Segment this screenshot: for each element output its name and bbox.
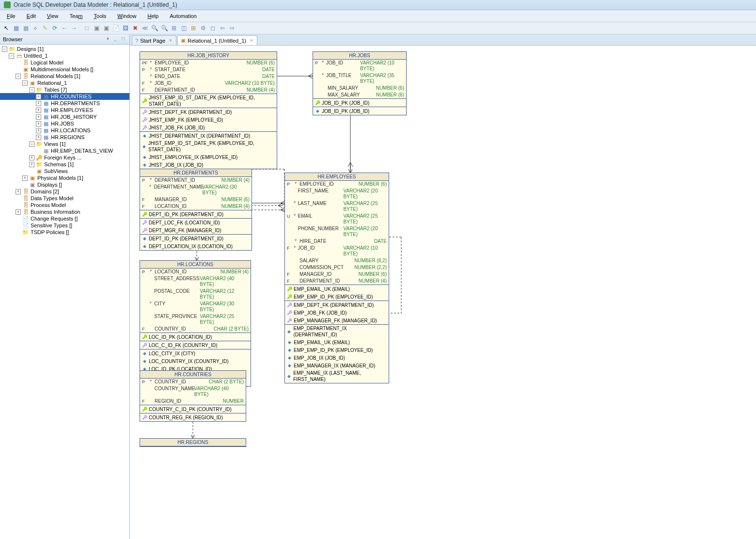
nav-back-icon[interactable]: ⇦: [218, 24, 227, 32]
erd-column: PF * EMPLOYEE_ID NUMBER (6): [140, 60, 277, 66]
erd-index: LOC_COUNTRY_IX (COUNTRY_ID): [140, 357, 251, 365]
img-icon[interactable]: 🖼: [121, 24, 130, 32]
tree-pmodel[interactable]: 🗄Process Model: [0, 202, 129, 208]
erd-table-locations[interactable]: HR.LOCATIONS P * LOCATION_ID NUMBER (4) …: [140, 260, 251, 387]
back-icon[interactable]: ←: [60, 24, 69, 32]
tree-creq[interactable]: 📄Change Requests []: [0, 215, 129, 222]
tree-dtypes[interactable]: 🗄Data Types Model: [0, 195, 129, 202]
browser-maximize-icon[interactable]: □: [120, 36, 126, 43]
erd-index: JHIST_DEPARTMENT_IX (DEPARTMENT_ID): [140, 132, 277, 140]
erd-table-employees[interactable]: HR.EMPLOYEES P * EMPLOYEE_ID NUMBER (6) …: [284, 173, 389, 383]
menu-tools[interactable]: Tools: [89, 11, 111, 21]
diagram-canvas[interactable]: HR.JOB_HISTORY PF * EMPLOYEE_ID NUMBER (…: [130, 45, 756, 539]
tree-tables[interactable]: −📁Tables [7]: [0, 86, 129, 93]
menu-view[interactable]: View: [42, 11, 63, 21]
win2-icon[interactable]: ▣: [92, 24, 101, 32]
tree-schemas[interactable]: +📁Schemas [1]: [0, 161, 129, 168]
tree[interactable]: −📁Designs [1] −🗃Untitled_1 🗄Logical Mode…: [0, 45, 129, 539]
tree-rel1[interactable]: −▣Relational_1: [0, 79, 129, 86]
titlebar: Oracle SQL Developer Data Modeler : Rela…: [0, 0, 756, 10]
erd-column: F DEPARTMENT_ID NUMBER (4): [285, 278, 389, 285]
view-icon[interactable]: ▦: [21, 24, 30, 32]
erd-column: COUNTRY_NAME VARCHAR2 (40 BYTE): [140, 385, 246, 398]
tree-designs[interactable]: −📁Designs [1]: [0, 46, 129, 52]
erd-column: F * JOB_ID VARCHAR2 (10 BYTE): [140, 80, 277, 87]
erd-pk: JHIST_EMP_ID_ST_DATE_PK (EMPLOYEE_ID, ST…: [140, 94, 277, 108]
erd-title: HR.LOCATIONS: [140, 261, 251, 269]
delete-icon[interactable]: ✖: [131, 24, 140, 32]
tree-table-regions[interactable]: +▦HR.REGIONS: [0, 134, 129, 141]
tree-fkeys[interactable]: +🔑Foreign Keys ...: [0, 154, 129, 161]
menu-automation[interactable]: Automation: [165, 11, 202, 21]
tree-tsdp[interactable]: 📁TSDP Policies []: [0, 229, 129, 236]
nav-fwd-icon[interactable]: ⇨: [228, 24, 236, 32]
erd-fk: EMP_MANAGER_FK (MANAGER_ID): [285, 317, 389, 324]
tree-domains[interactable]: +🗄Domains [2]: [0, 188, 129, 195]
erd-table-regions[interactable]: HR.REGIONS: [140, 438, 246, 447]
erd-table-jobs[interactable]: HR.JOBS P * JOB_ID VARCHAR2 (10 BYTE) * …: [313, 51, 407, 115]
erd-column: SALARY NUMBER (8,2): [285, 257, 389, 264]
tab-start[interactable]: ?Start Page×: [132, 35, 176, 45]
erd-index: EMP_EMAIL_UK (EMAIL): [285, 338, 389, 346]
menu-help[interactable]: Help: [143, 11, 164, 21]
tree-relmodels[interactable]: −🗄Relational Models [1]: [0, 73, 129, 79]
erd-pk: EMP_EMAIL_UK (EMAIL): [285, 285, 389, 293]
tree-stypes[interactable]: 📄Sensitive Types []: [0, 222, 129, 229]
tab-relational[interactable]: ▣Relational_1 (Untitled_1)×: [177, 35, 257, 45]
toolbar: ↖ ▦ ▦ ⟡ ✎ ⟳ ← → □ ▣ ▣ 📄 🖼 ✖ ≪ 🔍 🔍 ⊞ ◫ ⊞ …: [0, 22, 756, 34]
tree-table-jobs[interactable]: +▦HR.JOBS: [0, 120, 129, 127]
fit-icon[interactable]: ⊞: [170, 24, 178, 32]
refresh-icon[interactable]: ⟳: [50, 24, 59, 32]
tree-phys[interactable]: +▣Physical Models [1]: [0, 174, 129, 181]
erd-column: F DEPARTMENT_ID NUMBER (4): [140, 87, 277, 94]
layout1-icon[interactable]: ◫: [179, 24, 188, 32]
tree-displays[interactable]: ▣Displays []: [0, 181, 129, 188]
tree-logical[interactable]: 🗄Logical Model: [0, 59, 129, 66]
erd-fk: DEPT_LOC_FK (LOCATION_ID): [140, 219, 252, 226]
tree-table-departments[interactable]: +▦HR.DEPARTMENTS: [0, 100, 129, 107]
tree-untitled[interactable]: −🗃Untitled_1: [0, 52, 129, 59]
erd-table-job-history[interactable]: HR.JOB_HISTORY PF * EMPLOYEE_ID NUMBER (…: [140, 51, 277, 169]
find-icon[interactable]: ≪: [141, 24, 149, 32]
grid-icon[interactable]: ▦: [12, 24, 20, 32]
pointer-icon[interactable]: ↖: [2, 24, 11, 32]
close-icon[interactable]: ×: [250, 38, 253, 43]
erd-table-countries[interactable]: HR.COUNTRIES P * COUNTRY_ID CHAR (2 BYTE…: [140, 370, 246, 422]
tree-view-empdetails[interactable]: ▦HR.EMP_DETAILS_VIEW: [0, 147, 129, 154]
erd-pk: DEPT_ID_PK (DEPARTMENT_ID): [140, 210, 252, 218]
win3-icon[interactable]: ▣: [102, 24, 110, 32]
browser-title: Browser: [3, 36, 22, 42]
tabbar: ?Start Page× ▣Relational_1 (Untitled_1)×: [130, 34, 756, 45]
tree-table-jobhistory[interactable]: +▦HR.JOB_HISTORY: [0, 113, 129, 120]
tree-table-employees[interactable]: +▦HR.EMPLOYEES: [0, 107, 129, 113]
tree-subviews[interactable]: ▣SubViews: [0, 168, 129, 174]
close-icon[interactable]: ×: [169, 38, 172, 43]
win1-icon[interactable]: □: [82, 24, 91, 32]
zoom-in-icon[interactable]: 🔍: [150, 24, 159, 32]
erd-column: STATE_PROVINCE VARCHAR2 (25 BYTE): [140, 313, 251, 326]
new-icon[interactable]: 📄: [111, 24, 120, 32]
box-icon[interactable]: ◻: [208, 24, 217, 32]
menu-window[interactable]: Window: [112, 11, 141, 21]
tree-table-locations[interactable]: +▦HR.LOCATIONS: [0, 127, 129, 134]
tree-multi[interactable]: ▣Multidimensional Models []: [0, 66, 129, 73]
fwd-icon[interactable]: →: [70, 24, 79, 32]
erd-table-departments[interactable]: HR.DEPARTMENTS P * DEPARTMENT_ID NUMBER …: [140, 169, 252, 251]
link-icon[interactable]: ⟡: [31, 24, 40, 32]
menu-edit[interactable]: Edit: [22, 11, 41, 21]
erd-title: HR.DEPARTMENTS: [140, 169, 252, 177]
browser-dropdown-icon[interactable]: ▾: [104, 36, 111, 43]
zoom-out-icon[interactable]: 🔍: [160, 24, 169, 32]
tree-views[interactable]: −📁Views [1]: [0, 141, 129, 147]
tree-table-countries[interactable]: +▦HR.COUNTRIES: [0, 93, 129, 100]
erd-fk: LOC_C_ID_FK (COUNTRY_ID): [140, 341, 251, 349]
layout2-icon[interactable]: ⊞: [189, 24, 198, 32]
key-icon[interactable]: ✎: [41, 24, 49, 32]
erd-index: EMP_EMP_ID_PK (EMPLOYEE_ID): [285, 346, 389, 354]
browser-minimize-icon[interactable]: _: [112, 36, 119, 43]
menu-file[interactable]: File: [2, 11, 20, 21]
gear-icon[interactable]: ⚙: [199, 24, 207, 32]
menu-team[interactable]: Team: [65, 11, 88, 21]
tree-binfo[interactable]: +🗄Business Information: [0, 208, 129, 215]
erd-pk: EMP_EMP_ID_PK (EMPLOYEE_ID): [285, 293, 389, 301]
